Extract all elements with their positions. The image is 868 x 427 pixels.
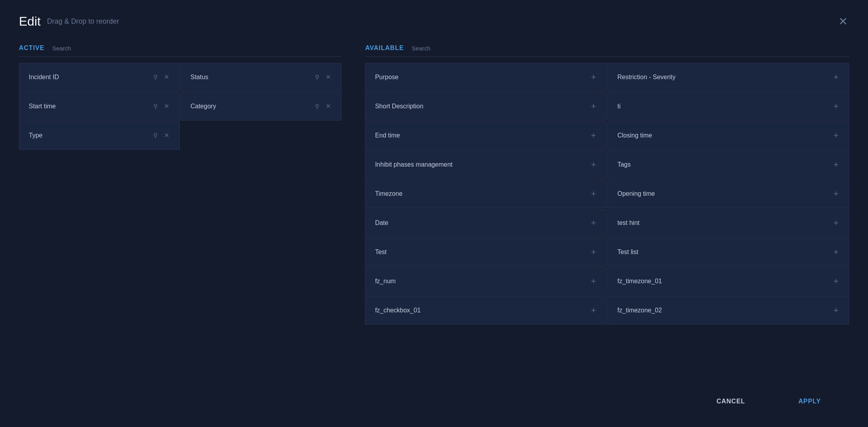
drag-icon: ⚲ (315, 103, 319, 110)
active-panel-header: ACTIVE (19, 45, 341, 57)
add-restriction-severity-button[interactable]: + (833, 72, 839, 82)
active-items-grid: Incident ID ⚲ ✕ Status ⚲ ✕ Start time (19, 63, 341, 150)
add-short-description-button[interactable]: + (590, 101, 597, 111)
available-item-opening-time[interactable]: Opening time + (607, 180, 849, 208)
add-end-time-button[interactable]: + (590, 130, 597, 141)
available-item-label: Restriction - Severity (617, 74, 676, 81)
add-fz-checkbox-01-button[interactable]: + (590, 305, 597, 316)
content-area: ACTIVE Incident ID ⚲ ✕ Status ⚲ ✕ (19, 45, 849, 366)
add-tags-button[interactable]: + (833, 160, 839, 170)
available-item-short-description[interactable]: Short Description + (365, 92, 607, 121)
available-item-label: Closing time (617, 132, 652, 139)
add-inhibit-phases-button[interactable]: + (590, 160, 597, 170)
available-item-ti[interactable]: ti + (607, 92, 849, 121)
active-item-label: Status (190, 74, 208, 81)
add-opening-time-button[interactable]: + (833, 189, 839, 199)
add-date-button[interactable]: + (590, 218, 597, 228)
active-panel: ACTIVE Incident ID ⚲ ✕ Status ⚲ ✕ (19, 45, 341, 366)
add-test-list-button[interactable]: + (833, 247, 839, 257)
available-item-test-hint[interactable]: test hint + (607, 209, 849, 237)
available-item-test-list[interactable]: Test list + (607, 238, 849, 266)
add-closing-time-button[interactable]: + (833, 130, 839, 141)
available-item-inhibit-phases[interactable]: Inhibit phases management + (365, 150, 607, 179)
available-panel: AVAILABLE Purpose + Restriction - Severi… (365, 45, 849, 366)
available-item-date[interactable]: Date + (365, 209, 607, 237)
available-item-label: test hint (617, 219, 639, 226)
active-item-icons: ⚲ ✕ (153, 102, 170, 110)
available-item-label: Timezone (375, 190, 402, 197)
available-item-label: fz_checkbox_01 (375, 307, 421, 314)
drag-icon: ⚲ (153, 103, 158, 110)
active-item-icons: ⚲ ✕ (153, 132, 170, 139)
available-item-closing-time[interactable]: Closing time + (607, 121, 849, 150)
available-item-label: Inhibit phases management (375, 161, 453, 168)
modal-header: Edit Drag & Drop to reorder ✕ (19, 14, 849, 29)
available-item-fz-timezone-01[interactable]: fz_timezone_01 + (607, 267, 849, 295)
active-panel-label: ACTIVE (19, 45, 45, 52)
available-item-label: Date (375, 219, 388, 226)
active-item-label: Start time (29, 103, 56, 110)
available-item-fz-timezone-02[interactable]: fz_timezone_02 + (607, 296, 849, 325)
available-item-purpose[interactable]: Purpose + (365, 63, 607, 91)
remove-incident-id-button[interactable]: ✕ (163, 73, 170, 81)
available-panel-label: AVAILABLE (365, 45, 404, 52)
modal-title: Edit (19, 14, 41, 29)
available-item-tags[interactable]: Tags + (607, 150, 849, 179)
add-timezone-button[interactable]: + (590, 189, 597, 199)
available-item-label: ti (617, 103, 620, 110)
drag-icon: ⚲ (315, 74, 319, 81)
active-item-status[interactable]: Status ⚲ ✕ (181, 63, 341, 91)
available-panel-header: AVAILABLE (365, 45, 849, 57)
remove-start-time-button[interactable]: ✕ (163, 102, 170, 110)
remove-category-button[interactable]: ✕ (325, 102, 332, 110)
cancel-button[interactable]: CANCEL (691, 390, 770, 413)
active-item-start-time[interactable]: Start time ⚲ ✕ (19, 92, 180, 121)
available-item-label: End time (375, 132, 400, 139)
available-item-label: fz_timezone_02 (617, 307, 662, 314)
available-item-label: Test (375, 249, 386, 256)
available-item-restriction-severity[interactable]: Restriction - Severity + (607, 63, 849, 91)
available-item-timezone[interactable]: Timezone + (365, 180, 607, 208)
available-item-test[interactable]: Test + (365, 238, 607, 266)
add-fz-num-button[interactable]: + (590, 276, 597, 286)
remove-type-button[interactable]: ✕ (163, 132, 170, 139)
modal-subtitle: Drag & Drop to reorder (47, 17, 119, 26)
drag-icon: ⚲ (153, 74, 158, 81)
add-fz-timezone-02-button[interactable]: + (833, 305, 839, 316)
available-items-grid: Purpose + Restriction - Severity + Short… (365, 63, 849, 325)
active-item-type[interactable]: Type ⚲ ✕ (19, 121, 180, 150)
available-item-end-time[interactable]: End time + (365, 121, 607, 150)
active-item-icons: ⚲ ✕ (315, 102, 332, 110)
active-item-icons: ⚲ ✕ (315, 73, 332, 81)
active-item-label: Incident ID (29, 74, 59, 81)
add-purpose-button[interactable]: + (590, 72, 597, 82)
active-item-label: Category (190, 103, 216, 110)
close-button[interactable]: ✕ (837, 15, 849, 29)
apply-button[interactable]: APPLY (770, 390, 849, 413)
active-item-icons: ⚲ ✕ (153, 73, 170, 81)
active-search-input[interactable] (52, 45, 342, 52)
active-item-empty (181, 121, 341, 150)
available-item-label: fz_num (375, 278, 395, 285)
active-item-incident-id[interactable]: Incident ID ⚲ ✕ (19, 63, 180, 91)
available-item-fz-num[interactable]: fz_num + (365, 267, 607, 295)
add-test-button[interactable]: + (590, 247, 597, 257)
available-item-label: Tags (617, 161, 631, 168)
add-fz-timezone-01-button[interactable]: + (833, 276, 839, 286)
available-item-label: Opening time (617, 190, 655, 197)
available-search-input[interactable] (412, 45, 849, 52)
add-test-hint-button[interactable]: + (833, 218, 839, 228)
edit-modal: Edit Drag & Drop to reorder ✕ ACTIVE Inc… (0, 0, 868, 427)
available-item-fz-checkbox-01[interactable]: fz_checkbox_01 + (365, 296, 607, 325)
header-left: Edit Drag & Drop to reorder (19, 14, 119, 29)
available-item-label: fz_timezone_01 (617, 278, 662, 285)
available-item-label: Short Description (375, 103, 423, 110)
available-item-label: Test list (617, 249, 638, 256)
add-ti-button[interactable]: + (833, 101, 839, 111)
active-item-label: Type (29, 132, 43, 139)
available-item-label: Purpose (375, 74, 399, 81)
active-item-category[interactable]: Category ⚲ ✕ (181, 92, 341, 121)
remove-status-button[interactable]: ✕ (325, 73, 332, 81)
drag-icon: ⚲ (153, 132, 158, 139)
modal-footer: CANCEL APPLY (19, 382, 849, 413)
